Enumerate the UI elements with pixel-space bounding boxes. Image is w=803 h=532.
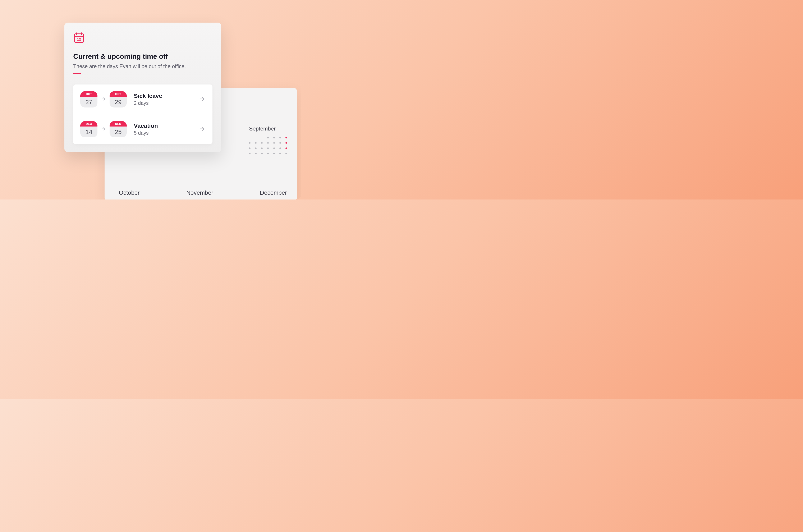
day-dot xyxy=(249,148,250,149)
end-date-badge: OCT 29 xyxy=(110,91,127,108)
time-off-entry[interactable]: OCT 27 OCT 29 Sick leave 2 days xyxy=(73,84,212,114)
day-dot xyxy=(261,148,263,149)
entry-title: Vacation xyxy=(134,122,196,129)
day-dot xyxy=(267,142,269,144)
time-off-card: 12 Current & upcoming time off These are… xyxy=(64,23,221,152)
month-nav-item[interactable]: November xyxy=(186,189,213,196)
arrow-right-icon xyxy=(199,96,205,103)
time-off-entries: OCT 27 OCT 29 Sick leave 2 days DEC 14 xyxy=(73,84,212,144)
day-dot xyxy=(255,153,256,154)
arrow-right-icon xyxy=(101,96,106,102)
calendar-icon: 12 xyxy=(73,32,212,44)
end-day: 29 xyxy=(115,97,121,108)
accent-divider xyxy=(73,73,81,74)
calendar-dot-grid xyxy=(249,137,287,154)
svg-text:12: 12 xyxy=(77,37,81,41)
month-nav-item[interactable]: December xyxy=(260,189,287,196)
day-dot xyxy=(273,142,275,144)
end-day: 25 xyxy=(115,127,121,137)
day-dot xyxy=(280,137,281,138)
day-dot xyxy=(285,137,287,138)
day-dot xyxy=(261,142,263,144)
day-dot xyxy=(273,148,275,149)
day-dot xyxy=(249,153,250,154)
day-dot xyxy=(273,153,275,154)
entry-title: Sick leave xyxy=(134,93,196,99)
start-day: 27 xyxy=(85,97,92,108)
day-dot xyxy=(285,153,287,154)
entry-duration: 5 days xyxy=(134,130,196,136)
month-nav-item[interactable]: October xyxy=(119,189,140,196)
day-dot xyxy=(261,153,263,154)
arrow-right-icon xyxy=(199,126,205,133)
end-date-badge: DEC 25 xyxy=(110,121,127,137)
end-month: DEC xyxy=(115,122,121,126)
day-dot xyxy=(267,148,269,149)
day-dot xyxy=(280,148,281,149)
day-dot xyxy=(285,142,287,144)
start-day: 14 xyxy=(85,127,92,137)
start-date-badge: DEC 14 xyxy=(80,121,97,137)
start-date-badge: OCT 27 xyxy=(80,91,97,108)
day-dot xyxy=(267,137,269,138)
card-title: Current & upcoming time off xyxy=(73,52,212,60)
day-dot xyxy=(249,142,250,144)
current-month-label: September xyxy=(249,126,287,132)
day-dot xyxy=(285,148,287,149)
card-subtitle: These are the days Evan will be out of t… xyxy=(73,63,212,70)
start-month: DEC xyxy=(86,122,92,126)
month-nav: October November December xyxy=(119,189,287,196)
day-dot xyxy=(280,153,281,154)
day-dot xyxy=(273,137,275,138)
time-off-entry[interactable]: DEC 14 DEC 25 Vacation 5 days xyxy=(73,114,212,144)
end-month: OCT xyxy=(115,92,121,96)
day-dot xyxy=(280,142,281,144)
entry-duration: 2 days xyxy=(134,100,196,106)
start-month: OCT xyxy=(86,92,92,96)
day-dot xyxy=(255,148,256,149)
day-dot xyxy=(267,153,269,154)
day-dot xyxy=(255,142,256,144)
arrow-right-icon xyxy=(101,126,106,132)
